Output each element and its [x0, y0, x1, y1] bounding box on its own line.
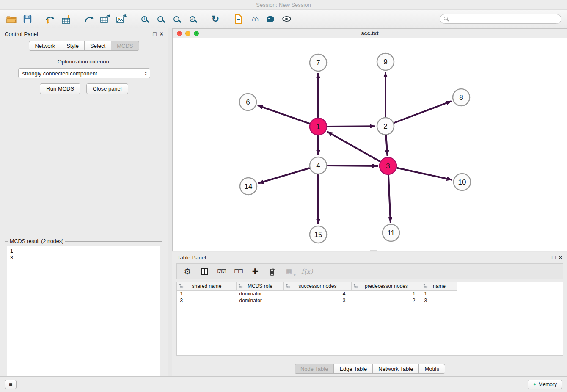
- graph-node-2[interactable]: 2: [377, 118, 394, 135]
- save-session-icon[interactable]: [22, 13, 33, 25]
- float-table-panel-icon[interactable]: □: [552, 254, 555, 260]
- graph-node-15[interactable]: 15: [310, 226, 327, 243]
- sort-hierarchy-icon[interactable]: [179, 284, 184, 290]
- sort-hierarchy-icon[interactable]: [286, 284, 290, 290]
- select-all-icon[interactable]: ☑☑: [217, 266, 226, 276]
- import-table-icon[interactable]: [61, 13, 72, 25]
- search-box[interactable]: [440, 14, 561, 24]
- sort-hierarchy-icon[interactable]: [423, 284, 428, 290]
- zoom-fit-icon[interactable]: ○: [171, 13, 182, 25]
- search-input[interactable]: [451, 16, 557, 22]
- column-header-predecessor-nodes[interactable]: predecessor nodes: [352, 282, 421, 290]
- window-minimize-button[interactable]: −: [185, 31, 190, 36]
- run-mcds-button[interactable]: Run MCDS: [40, 83, 80, 94]
- add-column-icon[interactable]: ✚: [250, 266, 260, 276]
- tab-mcds[interactable]: MCDS: [111, 41, 139, 51]
- graph-node-8[interactable]: 8: [453, 89, 470, 106]
- open-session-icon[interactable]: [6, 13, 17, 25]
- float-panel-icon[interactable]: □: [153, 31, 156, 37]
- refresh-icon[interactable]: ↻: [209, 13, 221, 25]
- graph-node-label: 14: [245, 182, 253, 190]
- zoom-selected-icon[interactable]: ✓: [187, 13, 198, 25]
- graph-edge-2-8[interactable]: [394, 101, 452, 123]
- tab-network[interactable]: Network: [29, 41, 61, 51]
- column-header-label: successor nodes: [298, 283, 336, 289]
- table-cell: 2: [352, 297, 421, 304]
- graph-edge-1-2[interactable]: [327, 126, 375, 127]
- home-layout-icon[interactable]: ⌂⌂: [248, 13, 260, 25]
- application-window: Session: New Session: [0, 0, 567, 392]
- sort-hierarchy-icon[interactable]: [353, 284, 358, 290]
- graph-edge-4-14[interactable]: [258, 168, 310, 183]
- graph-edge-2-3[interactable]: [386, 135, 387, 156]
- export-network-icon[interactable]: [83, 13, 95, 25]
- table-cell: dominator: [237, 297, 284, 304]
- clone-network-icon[interactable]: [232, 13, 244, 25]
- window-maximize-button[interactable]: +: [194, 31, 199, 36]
- graph-node-1[interactable]: 1: [310, 118, 327, 135]
- graph-edge-3-11[interactable]: [388, 175, 391, 223]
- tab-select[interactable]: Select: [84, 41, 111, 51]
- close-panel-icon[interactable]: ×: [160, 31, 163, 37]
- graph-node-10[interactable]: 10: [454, 174, 471, 190]
- mcds-result-list[interactable]: 13: [7, 246, 160, 377]
- graph-node-9[interactable]: 9: [377, 53, 394, 70]
- graph-edge-4-3[interactable]: [327, 166, 378, 166]
- graph-edge-3-1[interactable]: [327, 132, 380, 162]
- tab-edge-table[interactable]: Edge Table: [333, 364, 373, 374]
- delete-column-trash-icon[interactable]: [267, 266, 277, 276]
- window-title: Session: New Session: [256, 2, 311, 8]
- table-settings-gear-icon[interactable]: ⚙: [183, 266, 192, 276]
- mcds-result-line: 1: [10, 248, 157, 254]
- node-table-body: 1dominator4113dominator323: [177, 290, 563, 304]
- network-window: × − + scc.txt 1234678910111415: [172, 28, 567, 251]
- graph-node-4[interactable]: 4: [310, 157, 327, 174]
- graph-node-7[interactable]: 7: [310, 54, 327, 71]
- export-image-icon[interactable]: [116, 13, 127, 25]
- window-resize-grip[interactable]: [370, 250, 377, 251]
- delete-table-icon[interactable]: ▦✕: [284, 266, 294, 276]
- sort-hierarchy-icon[interactable]: [238, 284, 243, 290]
- function-builder-icon[interactable]: f(x): [301, 266, 313, 276]
- zoom-in-icon[interactable]: +: [138, 13, 150, 25]
- tab-motifs[interactable]: Motifs: [418, 364, 445, 374]
- column-header-mcds-role[interactable]: MCDS role: [237, 282, 284, 290]
- graph-node-label: 6: [246, 98, 250, 106]
- task-history-button[interactable]: ≡: [5, 380, 17, 389]
- close-panel-button[interactable]: Close panel: [86, 83, 128, 94]
- export-table-icon[interactable]: [99, 13, 111, 25]
- table-cell: 4: [284, 290, 352, 297]
- mcds-result-box: MCDS result (2 nodes) 13: [5, 238, 162, 379]
- apply-style-icon[interactable]: [264, 13, 276, 25]
- tab-style[interactable]: Style: [61, 41, 85, 51]
- table-panel-tabs: Node TableEdge TableNetwork TableMotifs: [172, 364, 567, 374]
- show-column-icon[interactable]: [200, 266, 209, 276]
- import-network-icon[interactable]: [44, 13, 56, 25]
- graph-node-3[interactable]: 3: [380, 157, 396, 174]
- graph-edge-1-6[interactable]: [258, 105, 310, 124]
- table-row[interactable]: 3dominator323: [177, 297, 563, 304]
- zoom-in-symbol: +: [142, 17, 146, 21]
- table-row[interactable]: 1dominator411: [177, 290, 563, 297]
- tab-node-table[interactable]: Node Table: [295, 364, 334, 374]
- graph-node-label: 2: [383, 122, 387, 130]
- graph-edge-3-10[interactable]: [397, 168, 452, 180]
- close-table-panel-icon[interactable]: ×: [559, 254, 562, 260]
- column-header-name[interactable]: name: [421, 282, 457, 290]
- optimization-criterion-select[interactable]: strongly connected component ▲ ▼: [18, 68, 150, 78]
- window-close-button[interactable]: ×: [177, 31, 182, 36]
- table-cell: 3: [284, 297, 352, 304]
- column-header-shared-name[interactable]: shared name: [177, 282, 237, 290]
- tab-network-table[interactable]: Network Table: [372, 364, 419, 374]
- deselect-all-icon[interactable]: ☐☐: [234, 266, 243, 276]
- graph-node-label: 9: [383, 58, 387, 66]
- network-graph[interactable]: 1234678910111415: [173, 38, 567, 251]
- node-table-header-row: shared nameMCDS rolesuccessor nodesprede…: [177, 282, 563, 290]
- memory-button[interactable]: ● Memory: [528, 380, 562, 389]
- graph-node-11[interactable]: 11: [383, 224, 399, 241]
- show-hide-graphics-icon[interactable]: [281, 13, 292, 25]
- column-header-successor-nodes[interactable]: successor nodes: [284, 282, 352, 290]
- zoom-out-icon[interactable]: −: [154, 13, 166, 25]
- graph-node-14[interactable]: 14: [240, 178, 257, 195]
- graph-node-6[interactable]: 6: [239, 94, 256, 110]
